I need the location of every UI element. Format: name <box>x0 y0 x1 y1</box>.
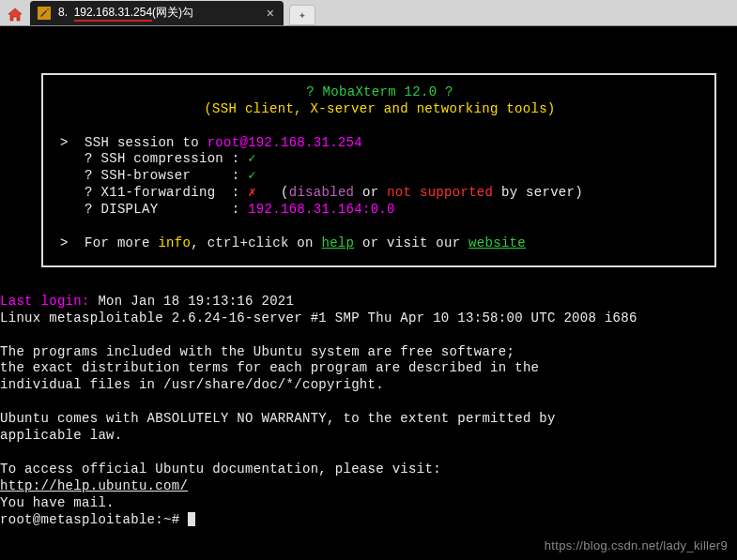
check-icon: ✓ <box>248 151 256 166</box>
cursor <box>188 512 195 526</box>
banner-title: ? <box>306 84 322 99</box>
website-link[interactable]: website <box>468 235 526 250</box>
terminal[interactable]: ? MobaXterm 12.0 ? (SSH client, X-server… <box>0 26 737 560</box>
help-url[interactable]: http://help.ubuntu.com/ <box>0 478 188 493</box>
more-info-line: > For more <box>60 235 158 250</box>
x11-row: ? X11-forwarding : <box>84 185 248 200</box>
ssh-browser-row: ? SSH-browser : <box>84 168 248 183</box>
ssh-session-line: > SSH session to <box>60 135 207 150</box>
tab-bar: 8. 192.168.31.254(网关)勾 × ✦ <box>0 0 737 26</box>
last-login: Last login: <box>0 294 90 309</box>
display-row: ? DISPLAY : <box>84 202 248 217</box>
new-tab-button[interactable]: ✦ <box>289 5 315 25</box>
ssh-compression-row: ? SSH compression : <box>84 151 248 166</box>
watermark: https://blog.csdn.net/lady_killer9 <box>545 538 728 554</box>
tab-label: 8. 192.168.31.254(网关)勾 <box>58 5 193 22</box>
banner-box: ? MobaXterm 12.0 ? (SSH client, X-server… <box>41 73 716 267</box>
mail-line: You have mail. <box>0 495 115 510</box>
shell-prompt: root@metasploitable:~# <box>0 512 188 527</box>
active-tab[interactable]: 8. 192.168.31.254(网关)勾 × <box>30 1 284 25</box>
help-link[interactable]: help <box>321 235 354 250</box>
uname-line: Linux metasploitable 2.6.24-16-server #1… <box>0 310 637 325</box>
check-icon: ✓ <box>248 168 256 183</box>
home-icon[interactable] <box>4 5 26 25</box>
terminal-output: Last login: Mon Jan 18 19:13:16 2021 Lin… <box>0 284 737 529</box>
x-icon: ✗ <box>248 185 256 200</box>
tool-icon <box>38 7 51 20</box>
banner-subtitle: (SSH client, X-server and networking too… <box>204 101 555 116</box>
close-icon[interactable]: × <box>267 6 274 21</box>
